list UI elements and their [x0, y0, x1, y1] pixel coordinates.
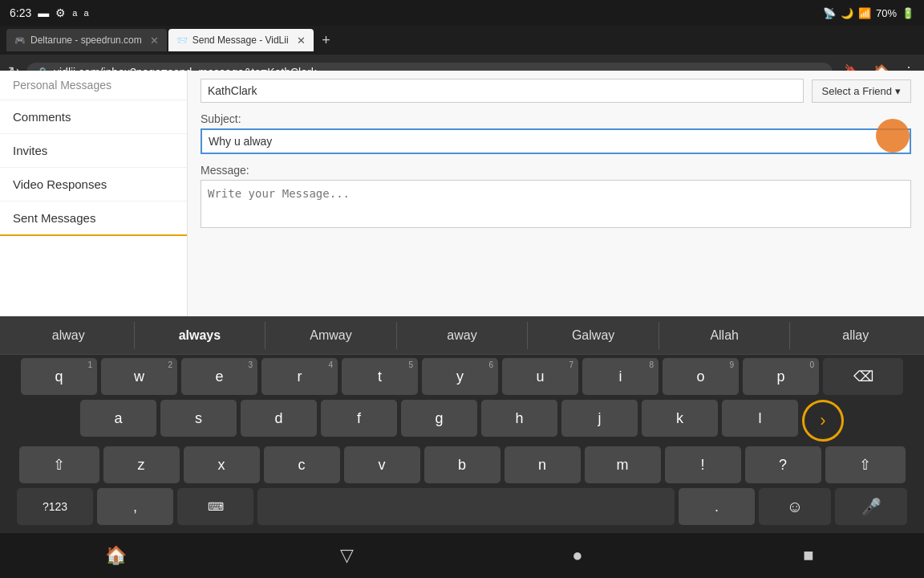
- suggestions-row: alway always Amway away Galway Allah all…: [0, 316, 924, 355]
- status-left: 6:23 ▬ ⚙ a a: [10, 6, 89, 19]
- key-exclamation[interactable]: !: [665, 446, 741, 483]
- key-q[interactable]: 1q: [21, 358, 97, 395]
- status-bar: 6:23 ▬ ⚙ a a 📡 🌙 📶 70% 🔋: [0, 0, 924, 26]
- select-friend-label: Select a Friend: [822, 85, 892, 97]
- key-comma[interactable]: ,: [97, 488, 173, 525]
- tab-vidlii[interactable]: 📨 Send Message - VidLii ✕: [168, 29, 314, 51]
- subject-label: Subject:: [201, 112, 911, 125]
- key-t[interactable]: 5t: [342, 358, 418, 395]
- square-nav-button[interactable]: ■: [784, 545, 833, 566]
- key-period[interactable]: .: [679, 488, 755, 525]
- key-d[interactable]: d: [241, 400, 317, 437]
- key-a[interactable]: a: [80, 400, 156, 437]
- tab-deltarune[interactable]: 🎮 Deltarune - speedrun.com ✕: [6, 29, 167, 51]
- key-o[interactable]: 9o: [663, 358, 739, 395]
- key-s[interactable]: s: [160, 400, 237, 437]
- wifi-icon: 📶: [858, 7, 871, 19]
- battery-pct: 70%: [876, 7, 897, 19]
- battery-icon: 🔋: [902, 7, 914, 19]
- subject-input[interactable]: [201, 128, 911, 154]
- key-g[interactable]: g: [401, 400, 477, 437]
- status-icon-amazon2: a: [83, 8, 88, 18]
- key-row-3: ⇧ z x c v b n m ! ? ⇧: [2, 446, 922, 483]
- suggestion-allay[interactable]: allay: [790, 322, 921, 349]
- key-n[interactable]: n: [505, 446, 581, 483]
- suggestion-galway[interactable]: Galway: [528, 322, 659, 349]
- shift-key-left[interactable]: ⇧: [19, 446, 99, 483]
- sidebar-item-personal-messages[interactable]: Personal Messages: [0, 71, 187, 100]
- tab-bar: 🎮 Deltarune - speedrun.com ✕ 📨 Send Mess…: [0, 26, 924, 55]
- enter-key[interactable]: ›: [802, 400, 844, 442]
- time-display: 6:23: [10, 6, 31, 19]
- key-e[interactable]: 3e: [181, 358, 257, 395]
- tab-favicon-vidlii: 📨: [176, 35, 188, 46]
- tab-close-vidlii[interactable]: ✕: [297, 35, 306, 47]
- emoji-key[interactable]: ☺: [759, 488, 831, 525]
- tab-favicon-deltarune: 🎮: [14, 35, 26, 46]
- keyboard-rows: 1q 2w 3e 4r 5t 6y 7u 8i 9o 0p ⌫ a s d f …: [0, 355, 924, 533]
- shift-key-right[interactable]: ⇧: [825, 446, 906, 483]
- suggestion-allah[interactable]: Allah: [659, 322, 791, 349]
- key-p[interactable]: 0p: [743, 358, 819, 395]
- key-z[interactable]: z: [103, 446, 180, 483]
- suggestion-amway[interactable]: Amway: [265, 322, 397, 349]
- sidebar-item-invites[interactable]: Invites: [0, 134, 187, 168]
- subject-row: Subject:: [188, 109, 924, 161]
- key-row-1: 1q 2w 3e 4r 5t 6y 7u 8i 9o 0p ⌫: [2, 358, 922, 395]
- key-v[interactable]: v: [344, 446, 420, 483]
- key-c[interactable]: c: [264, 446, 340, 483]
- key-i[interactable]: 8i: [582, 358, 659, 395]
- key-k[interactable]: k: [642, 400, 718, 437]
- message-label: Message:: [201, 164, 911, 177]
- mic-key[interactable]: 🎤: [835, 488, 907, 525]
- to-input[interactable]: [201, 79, 804, 103]
- status-icon-sim: ▬: [38, 6, 49, 19]
- key-j[interactable]: j: [561, 400, 638, 437]
- key-keyboard[interactable]: ⌨: [177, 488, 253, 525]
- circle-nav-button[interactable]: ●: [553, 545, 602, 566]
- moon-icon: 🌙: [841, 7, 853, 19]
- status-icon-settings: ⚙: [55, 6, 66, 19]
- tab-title-deltarune: Deltarune - speedrun.com: [30, 35, 142, 46]
- key-row-4: ?123 , ⌨ . ☺ 🎤: [2, 488, 922, 525]
- sidebar-item-sent-messages[interactable]: Sent Messages: [0, 201, 187, 236]
- suggestion-away[interactable]: away: [397, 322, 529, 349]
- plus-icon: +: [322, 32, 330, 49]
- key-y[interactable]: 6y: [422, 358, 498, 395]
- message-input[interactable]: [201, 180, 911, 228]
- select-friend-button[interactable]: Select a Friend ▾: [812, 79, 911, 103]
- orange-circle-button[interactable]: [876, 119, 910, 153]
- browser-chrome: 🎮 Deltarune - speedrun.com ✕ 📨 Send Mess…: [0, 26, 924, 71]
- key-l[interactable]: l: [722, 400, 798, 437]
- key-b[interactable]: b: [424, 446, 500, 483]
- status-right: 📡 🌙 📶 70% 🔋: [823, 7, 914, 19]
- key-row-2: a s d f g h j k l ›: [2, 400, 922, 442]
- key-x[interactable]: x: [184, 446, 260, 483]
- home-nav-button[interactable]: 🏠: [91, 545, 140, 566]
- suggestion-alway[interactable]: alway: [3, 322, 135, 349]
- tab-title-vidlii: Send Message - VidLii: [192, 35, 289, 46]
- bottom-nav: 🏠 ▽ ● ■: [0, 533, 924, 578]
- key-question[interactable]: ?: [745, 446, 821, 483]
- suggestion-always[interactable]: always: [135, 322, 266, 349]
- message-row: Message:: [188, 161, 924, 238]
- key-w[interactable]: 2w: [101, 358, 177, 395]
- backspace-key[interactable]: ⌫: [823, 358, 903, 395]
- key-u[interactable]: 7u: [502, 358, 578, 395]
- key-h[interactable]: h: [481, 400, 557, 437]
- to-row: Select a Friend ▾: [188, 71, 924, 109]
- key-m[interactable]: m: [585, 446, 661, 483]
- chevron-down-icon: ▾: [895, 85, 901, 97]
- spacebar[interactable]: [257, 488, 675, 525]
- keyboard-area: alway always Amway away Galway Allah all…: [0, 316, 924, 533]
- sidebar-item-video-responses[interactable]: Video Responses: [0, 168, 187, 201]
- status-icon-amazon1: a: [72, 8, 77, 18]
- key-r[interactable]: 4r: [261, 358, 338, 395]
- tab-close-deltarune[interactable]: ✕: [150, 35, 159, 47]
- sidebar-item-comments[interactable]: Comments: [0, 100, 187, 134]
- new-tab-button[interactable]: +: [315, 29, 338, 51]
- key-f[interactable]: f: [321, 400, 397, 437]
- cast-icon: 📡: [823, 7, 836, 19]
- key-numbers[interactable]: ?123: [17, 488, 93, 525]
- back-nav-button[interactable]: ▽: [322, 545, 371, 566]
